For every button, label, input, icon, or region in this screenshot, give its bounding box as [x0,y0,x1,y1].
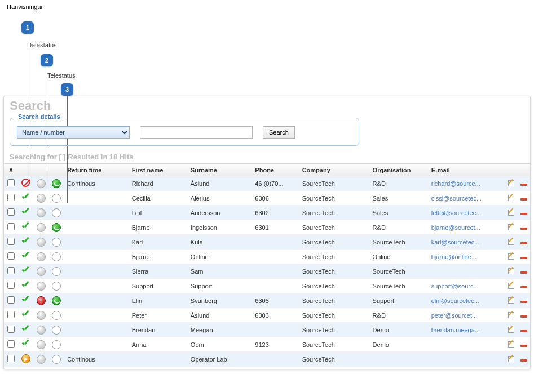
row-checkbox[interactable] [7,282,15,289]
annotation-badge-1: 1 [21,21,34,34]
cell-surname: Åslund [187,176,252,191]
cell-first-name: Richard [129,176,187,191]
delete-icon[interactable] [520,330,527,332]
table-row[interactable]: BrendanMeeganSourceTechDemobrendan.meega… [4,323,530,337]
status-hollow-icon [52,208,61,217]
edit-icon[interactable] [507,223,515,231]
edit-icon[interactable] [507,238,515,246]
delete-icon[interactable] [520,257,527,259]
cell-phone [251,250,298,264]
row-checkbox[interactable] [7,208,15,216]
cell-company: SourceTech [299,191,369,206]
col-phone[interactable]: Phone [251,164,298,176]
row-checkbox[interactable] [7,326,15,333]
table-row[interactable]: BjarneIngelsson6301SourceTechR&Dbjarne@s… [4,220,530,235]
check-icon [21,281,30,290]
delete-icon[interactable] [520,184,527,186]
cell-first-name: Peter [129,308,187,323]
row-checkbox[interactable] [7,355,15,362]
edit-icon[interactable] [507,252,515,260]
edit-icon[interactable] [507,340,515,348]
cell-surname: Andersson [187,206,252,220]
edit-icon[interactable] [507,355,515,363]
col-status3[interactable] [48,164,64,176]
table-row[interactable]: PeterÅslund6303SourceTechR&Dpeter@source… [4,308,530,323]
delete-icon[interactable] [520,345,527,347]
delete-icon[interactable] [520,213,527,215]
email-link[interactable]: support@sourc... [431,283,479,289]
delete-icon[interactable] [520,286,527,288]
col-email[interactable]: E-mail [428,164,504,176]
cell-email: bjarne@sourcet... [428,220,504,235]
row-checkbox[interactable] [7,267,15,274]
col-return-time[interactable]: Return time [64,164,129,176]
status-grey-icon [37,208,46,217]
edit-icon[interactable] [507,267,515,275]
table-row[interactable]: BjarneOnlineSourceTechOnlinebjarne@onlin… [4,250,530,264]
row-checkbox[interactable] [7,252,15,260]
edit-icon[interactable] [507,194,515,202]
delete-icon[interactable] [520,271,527,274]
row-checkbox[interactable] [7,340,15,348]
table-row[interactable]: AnnaOom9123SourceTechDemo [4,337,530,352]
row-checkbox[interactable] [7,238,15,245]
status-grey-icon [37,282,46,291]
cell-return-time [64,206,129,220]
row-checkbox[interactable] [7,223,15,230]
table-row[interactable]: LeifAndersson6302SourceTechSalesleffe@so… [4,206,530,220]
check-icon [21,340,30,349]
delete-icon[interactable] [520,242,527,244]
table-row[interactable]: CeciliaAlerius6306SourceTechSalescissi@s… [4,191,530,206]
row-checkbox[interactable] [7,179,15,186]
email-link[interactable]: karl@sourcetec... [431,239,480,246]
search-button[interactable]: Search [263,126,295,139]
row-checkbox[interactable] [7,194,15,201]
col-status1[interactable] [18,164,33,176]
cell-first-name: Anna [129,337,187,352]
delete-icon[interactable] [520,301,527,303]
cell-return-time [64,220,129,235]
search-input[interactable] [140,126,253,139]
edit-icon[interactable] [507,326,515,333]
email-link[interactable]: bjarne@online... [431,253,476,260]
row-checkbox[interactable] [7,311,15,318]
col-surname[interactable]: Surname [187,164,252,176]
edit-icon[interactable] [507,296,515,304]
cell-surname: Oom [187,337,252,352]
cell-surname: Kula [187,235,252,250]
email-link[interactable]: cissi@sourcetec... [431,195,482,202]
col-company[interactable]: Company [299,164,369,176]
edit-icon[interactable] [507,311,515,319]
email-link[interactable]: leffe@sourcetec... [431,210,482,216]
edit-icon[interactable] [507,208,515,216]
check-icon [21,266,30,275]
cell-company: SourceTech [299,279,369,293]
delete-icon[interactable] [520,359,527,362]
search-type-dropdown[interactable]: Name / number [17,126,130,139]
edit-icon[interactable] [507,282,515,289]
email-link[interactable]: richard@source... [431,180,480,187]
delete-icon[interactable] [520,198,527,201]
cell-company: SourceTech [299,352,369,367]
table-row[interactable]: SierraSamSourceTechSourceTech [4,264,530,279]
col-first-name[interactable]: First name [129,164,187,176]
table-row[interactable]: ElinSvanberg6305SourceTechSupportelin@so… [4,293,530,308]
delete-icon[interactable] [520,228,527,230]
email-link[interactable]: peter@sourcet... [431,312,477,319]
email-link[interactable]: bjarne@sourcet... [431,224,480,231]
search-details-fieldset: Search details Name / number Search [10,118,359,146]
table-row[interactable]: KarlKulaSourceTechSourceTechkarl@sourcet… [4,235,530,250]
cell-email: leffe@sourcetec... [428,206,504,220]
cell-phone: 6305 [251,293,298,308]
email-link[interactable]: brendan.meega... [431,327,480,333]
col-select[interactable]: X [4,164,18,176]
table-row[interactable]: SupportSupportSourceTechSourceTechsuppor… [4,279,530,293]
edit-icon[interactable] [507,179,515,187]
table-row[interactable]: ContinousOperator LabSourceTech [4,352,530,367]
col-organisation[interactable]: Organisation [369,164,428,176]
email-link[interactable]: elin@sourcetec... [431,297,479,304]
row-checkbox[interactable] [7,296,15,304]
cell-return-time [64,191,129,206]
delete-icon[interactable] [520,315,527,318]
table-row[interactable]: ContinousRichardÅslund46 (0)70...SourceT… [4,176,530,191]
